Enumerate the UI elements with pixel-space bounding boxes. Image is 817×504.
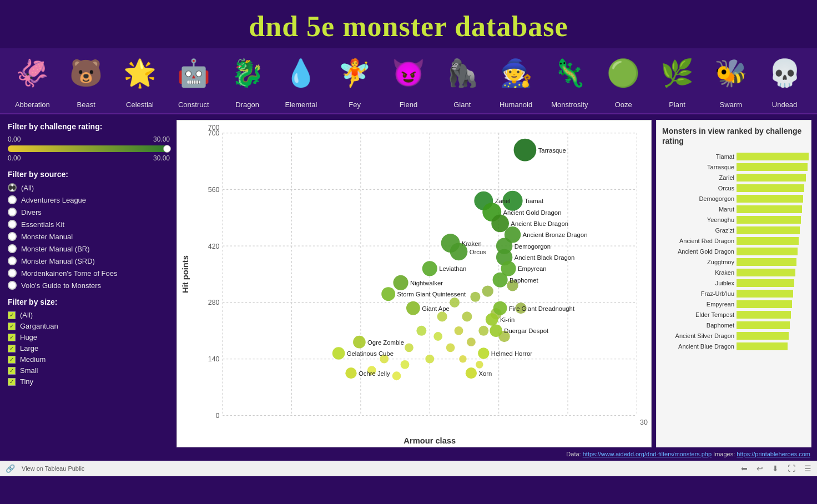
monster-bubble[interactable]	[493, 301, 507, 315]
svg-text:Fire Giant Dreadnought: Fire Giant Dreadnought	[509, 305, 575, 312]
monster-type-image: 🐻	[61, 48, 111, 98]
monster-type-giant[interactable]: 🦍 Giant	[435, 48, 489, 109]
monster-type-undead[interactable]: 💀 Undead	[758, 48, 811, 109]
monster-type-fey[interactable]: 🧚 Fey	[328, 48, 382, 109]
svg-point-36	[478, 326, 488, 336]
monster-bubble[interactable]	[466, 367, 477, 379]
rank-item: Ancient Blue Dragon	[662, 342, 805, 350]
source-option-adventurers-league[interactable]: Adventurers League	[8, 195, 170, 204]
main-layout: Filter by challenge rating: 0.00 30.00 0…	[0, 114, 817, 447]
ranking-panel: Monsters in view ranked by challenge rat…	[656, 120, 811, 447]
svg-text:Ancient Bronze Dragon: Ancient Bronze Dragon	[523, 231, 588, 238]
monster-type-plant[interactable]: 🌿 Plant	[650, 48, 704, 109]
radio-indicator	[8, 220, 17, 229]
monster-type-abberation[interactable]: 🦑 Abberation	[6, 48, 59, 109]
source-option-monster-manual[interactable]: Monster Manual	[8, 232, 170, 241]
share-icon[interactable]: ⬅	[741, 464, 748, 473]
monster-type-label: Fey	[349, 100, 361, 109]
size-option-huge[interactable]: ✓Huge	[8, 333, 170, 341]
monster-bubble[interactable]	[406, 301, 420, 315]
source-option-all[interactable]: (All)	[8, 183, 170, 192]
cr-min-label: 0.00	[8, 135, 21, 143]
rank-item-label: Ancient Silver Dragon	[662, 332, 734, 339]
monster-bubble[interactable]	[478, 347, 489, 359]
rank-item-bar	[737, 153, 809, 160]
svg-text:Xorn: Xorn	[478, 370, 492, 377]
svg-point-34	[462, 311, 472, 321]
monster-type-elemental[interactable]: 💧 Elemental	[274, 48, 328, 109]
monster-bubble[interactable]	[493, 273, 508, 288]
cr-slider-track[interactable]	[8, 145, 170, 152]
monster-type-image: 💀	[760, 48, 810, 98]
source-option-monster-manual-br[interactable]: Monster Manual (BR)	[8, 244, 170, 253]
data-link[interactable]: https://www.aidedd.org/dnd-filters/monst…	[583, 451, 712, 457]
favorite-icon[interactable]: ☰	[804, 464, 811, 473]
refresh-icon[interactable]: ↩	[757, 464, 763, 473]
svg-text:Zariel: Zariel	[495, 198, 511, 204]
monster-bubble[interactable]	[486, 313, 498, 326]
rank-item: Ancient Red Dragon	[662, 237, 805, 245]
monster-bubble[interactable]	[393, 275, 408, 290]
source-option-divers[interactable]: Divers	[8, 208, 170, 216]
monster-bubble[interactable]	[514, 139, 537, 162]
checkbox-indicator: ✓	[8, 345, 16, 352]
source-option-label: Adventurers League	[21, 196, 86, 204]
checkbox-indicator: ✓	[8, 311, 16, 319]
monster-bubble[interactable]	[422, 261, 437, 276]
monster-type-monstrosity[interactable]: 🦎 Monstrosity	[543, 48, 597, 109]
svg-text:Ancient Black Dragon: Ancient Black Dragon	[515, 254, 575, 261]
size-option-small[interactable]: ✓Small	[8, 366, 170, 375]
rank-item-bar	[737, 174, 806, 182]
monster-bubble[interactable]	[381, 287, 395, 301]
svg-text:Storm Giant Quintessent: Storm Giant Quintessent	[397, 291, 466, 298]
size-option-(all)[interactable]: ✓(All)	[8, 311, 170, 319]
monster-type-beast[interactable]: 🐻 Beast	[59, 48, 113, 109]
rank-item-bar	[737, 226, 800, 234]
download-icon[interactable]: ⬇	[772, 464, 779, 473]
size-option-large[interactable]: ✓Large	[8, 344, 170, 352]
source-options-list: (All)Adventurers LeagueDiversEssentials …	[8, 183, 170, 290]
images-link[interactable]: https://printableheroes.com	[737, 451, 810, 457]
page-title: dnd 5e monster database	[0, 10, 817, 43]
rank-item-label: Ancient Red Dragon	[662, 238, 734, 244]
cr-max-label: 30.00	[153, 135, 170, 143]
monster-type-image: 🧚	[330, 48, 380, 98]
svg-text:560: 560	[208, 186, 220, 194]
monster-type-humanoid[interactable]: 🧙 Humanoid	[489, 48, 543, 109]
monster-type-dragon[interactable]: 🐉 Dragon	[220, 48, 274, 109]
source-option-volos-guide-to-monsters[interactable]: Volo's Guide to Monsters	[8, 281, 170, 290]
cr-range-top: 0.00 30.00	[8, 135, 170, 143]
monster-bubble[interactable]	[450, 243, 468, 261]
checkbox-indicator: ✓	[8, 356, 16, 364]
size-option-gargantuan[interactable]: ✓Gargantuan	[8, 322, 170, 330]
rank-item: Yeenoghu	[662, 216, 805, 224]
source-option-essentials-kit[interactable]: Essentials Kit	[8, 220, 170, 229]
source-option-mordenkainens-tome-of-foes[interactable]: Mordenkainen's Tome of Foes	[8, 269, 170, 278]
monster-type-fiend[interactable]: 😈 Fiend	[382, 48, 436, 109]
monster-type-swarm[interactable]: 🐝 Swarm	[704, 48, 758, 109]
monster-type-label: Plant	[669, 100, 685, 109]
checkbox-indicator: ✓	[8, 334, 16, 341]
checkbox-indicator: ✓	[8, 367, 16, 375]
source-option-monster-manual-srd[interactable]: Monster Manual (SRD)	[8, 256, 170, 265]
monster-type-label: Undead	[772, 100, 798, 109]
monster-bubble[interactable]	[353, 336, 366, 349]
monster-type-ooze[interactable]: 🟢 Ooze	[597, 48, 650, 109]
rank-item-bar	[737, 290, 793, 298]
monster-type-image: 🦍	[437, 48, 487, 98]
svg-text:Leviathan: Leviathan	[439, 265, 466, 272]
expand-icon[interactable]: ⛶	[788, 464, 795, 473]
monster-bubble[interactable]	[490, 325, 502, 337]
svg-point-33	[450, 298, 460, 308]
monster-bubble[interactable]	[332, 347, 345, 360]
rank-item: Baphomet	[662, 321, 805, 329]
size-option-medium[interactable]: ✓Medium	[8, 355, 170, 364]
svg-text:Orcus: Orcus	[470, 249, 486, 255]
view-on-tableau[interactable]: View on Tableau Public	[22, 465, 84, 472]
monster-type-celestial[interactable]: 🌟 Celestial	[113, 48, 167, 109]
monster-type-image: 🐉	[223, 48, 273, 98]
size-option-tiny[interactable]: ✓Tiny	[8, 377, 170, 386]
cr-slider-thumb[interactable]	[163, 145, 171, 153]
monster-type-construct[interactable]: 🤖 Construct	[167, 48, 220, 109]
monster-bubble[interactable]	[345, 367, 356, 379]
